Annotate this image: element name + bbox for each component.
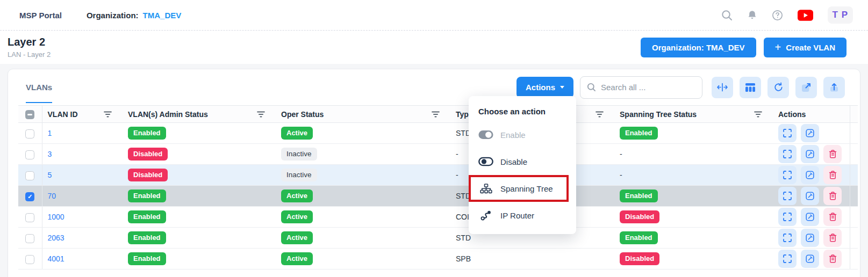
vlans-table: VLAN ID VLAN(s) Admin Status Oper Status…: [18, 105, 858, 269]
row-checkbox[interactable]: [25, 234, 34, 243]
filter-icon[interactable]: [596, 111, 609, 118]
plus-icon: +: [775, 42, 781, 53]
dropdown-item-spanning-tree[interactable]: Spanning Tree: [469, 175, 576, 202]
vlan-id-link[interactable]: 70: [48, 192, 56, 200]
expand-row-button[interactable]: [778, 250, 797, 268]
column-header-actions: Actions: [773, 106, 850, 123]
help-icon[interactable]: [772, 10, 783, 21]
expand-row-button[interactable]: [778, 145, 797, 163]
expand-row-button[interactable]: [778, 208, 797, 226]
actions-button-label: Actions: [526, 83, 555, 92]
edit-icon: [806, 192, 814, 200]
column-label: Actions: [778, 110, 806, 119]
expand-row-button[interactable]: [778, 124, 797, 142]
delete-row-button[interactable]: [823, 187, 842, 205]
row-checkbox[interactable]: [25, 150, 34, 159]
expand-row-button[interactable]: [778, 166, 797, 184]
delete-row-button[interactable]: [823, 229, 842, 247]
spanning-tree-status-badge: Disabled: [620, 210, 659, 223]
spanning-tree-status-value: -: [620, 171, 622, 179]
actions-button[interactable]: Actions: [517, 77, 573, 98]
dropdown-item-disable[interactable]: Disable: [469, 148, 576, 175]
edit-row-button[interactable]: [801, 229, 819, 247]
table-row: 4001 Enabled Active SPB Disabled: [18, 249, 858, 269]
row-checkbox[interactable]: [25, 171, 34, 180]
row-actions: [778, 166, 844, 184]
oper-status-badge: Inactive: [281, 148, 317, 161]
delete-row-button[interactable]: [823, 145, 842, 163]
app-brand: MSP Portal: [19, 11, 62, 20]
organization-value-link[interactable]: TMA_DEV: [143, 11, 182, 20]
dropdown-item-ip-router[interactable]: IP Router: [469, 202, 576, 229]
bell-icon[interactable]: [747, 10, 757, 20]
expand-row-button[interactable]: [778, 187, 797, 205]
dropdown-title: Choose an action: [469, 105, 576, 121]
filter-icon[interactable]: [754, 111, 767, 118]
vlan-id-link[interactable]: 1000: [48, 213, 64, 221]
toggle-off-icon: [478, 157, 493, 166]
vlan-id-link[interactable]: 3: [48, 150, 52, 158]
column-label: Spanning Tree Status: [620, 110, 697, 119]
vlan-id-link[interactable]: 2063: [48, 234, 64, 242]
tab-vlans[interactable]: VLANs: [26, 83, 52, 92]
filter-icon[interactable]: [104, 111, 117, 118]
content-area: VLANs Actions: [0, 64, 868, 277]
filler-header: [850, 106, 858, 123]
dropdown-item-label: Spanning Tree: [500, 184, 553, 193]
organization-button[interactable]: Organization: TMA_DEV: [641, 38, 756, 57]
table-row: 1 Enabled Active STD Enabled: [18, 123, 858, 144]
type-value: SPB: [450, 249, 614, 269]
create-vlan-label: Create VLAN: [786, 43, 835, 52]
column-label: VLAN(s) Admin Status: [128, 110, 208, 119]
row-checkbox[interactable]: [25, 255, 34, 264]
fit-columns-icon[interactable]: [712, 77, 733, 98]
select-all-checkbox[interactable]: [25, 110, 34, 119]
table-row: 1000 Enabled Active COI Disabled: [18, 207, 858, 228]
vlan-id-link[interactable]: 4001: [48, 254, 64, 263]
spanning-tree-status-badge: Enabled: [620, 189, 658, 202]
filter-icon[interactable]: [432, 111, 445, 118]
filter-icon[interactable]: [257, 111, 270, 118]
edit-row-button[interactable]: [801, 187, 819, 205]
table-header-row: VLAN ID VLAN(s) Admin Status Oper Status…: [18, 106, 858, 123]
delete-row-button[interactable]: [823, 208, 842, 226]
refresh-icon[interactable]: [767, 77, 789, 98]
youtube-icon[interactable]: [798, 10, 813, 21]
vlan-id-link[interactable]: 1: [48, 129, 52, 137]
create-vlan-button[interactable]: + Create VLAN: [764, 38, 847, 57]
row-checkbox[interactable]: [25, 129, 34, 138]
delete-row-button[interactable]: [823, 250, 842, 268]
trash-icon: [829, 171, 837, 179]
search-input[interactable]: [601, 83, 695, 92]
spanning-tree-status-badge: Enabled: [620, 127, 658, 140]
breadcrumb: LAN - Layer 2: [8, 50, 51, 59]
edit-row-button[interactable]: [801, 124, 819, 142]
user-avatar[interactable]: T P: [828, 6, 853, 24]
row-checkbox[interactable]: [25, 192, 34, 201]
card-toolbar: VLANs Actions: [8, 69, 860, 105]
upload-icon[interactable]: [823, 77, 845, 98]
oper-status-badge: Active: [281, 231, 313, 244]
dropdown-items: Enable Disable Spanning Tree IP Router: [469, 121, 576, 229]
columns-icon[interactable]: [740, 77, 761, 98]
search-icon: [587, 83, 596, 92]
edit-icon: [806, 254, 814, 263]
expand-row-button[interactable]: [778, 229, 797, 247]
row-actions: [778, 250, 844, 268]
row-checkbox[interactable]: [25, 213, 34, 222]
search-icon[interactable]: [721, 10, 733, 21]
edit-row-button[interactable]: [801, 250, 819, 268]
admin-status-badge: Enabled: [128, 189, 166, 202]
edit-row-button[interactable]: [801, 166, 819, 184]
chevron-down-icon: [560, 86, 564, 89]
table-row: 3 Disabled Inactive - -: [18, 144, 858, 165]
dropdown-item-enable[interactable]: Enable: [469, 121, 576, 148]
delete-row-button[interactable]: [823, 166, 842, 184]
vlan-id-link[interactable]: 5: [48, 171, 52, 179]
export-icon[interactable]: [795, 77, 817, 98]
oper-status-badge: Active: [281, 127, 313, 140]
edit-row-button[interactable]: [801, 145, 819, 163]
table-row: 5 Disabled Inactive - -: [18, 165, 858, 186]
table-row: 70 Enabled Active STD Enabled: [18, 186, 858, 207]
edit-row-button[interactable]: [801, 208, 819, 226]
